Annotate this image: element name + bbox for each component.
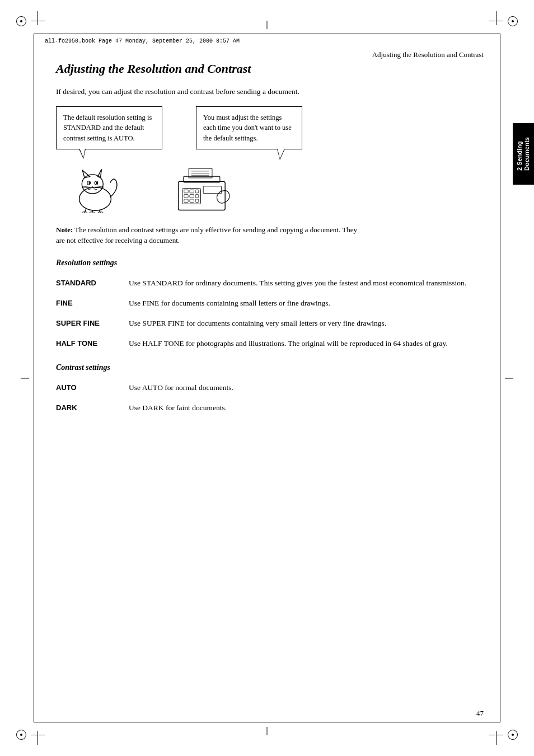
page-number: 47	[476, 709, 484, 718]
side-tab: 2 SendingDocuments	[513, 123, 534, 185]
contrast-description: Use AUTO for normal documents.	[129, 380, 484, 396]
bubbles-area: The default resolution setting is STANDA…	[56, 106, 484, 149]
resolution-table: STANDARD Use STANDARD for ordinary docum…	[56, 275, 484, 352]
note-label: Note:	[56, 226, 73, 234]
note-text: The resolution and contrast settings are…	[56, 226, 357, 245]
chapter-title: Adjusting the Resolution and Contrast	[56, 62, 484, 76]
svg-rect-26	[195, 194, 199, 198]
file-info: all-fo2950.book Page 47 Monday, Septembe…	[45, 38, 240, 44]
svg-rect-30	[203, 186, 222, 193]
resolution-label: SUPER FINE	[56, 316, 129, 331]
resolution-description: Use SUPER FINE for documents containing …	[129, 316, 484, 331]
contrast-label: DARK	[56, 400, 129, 416]
resolution-description: Use STANDARD for ordinary documents. Thi…	[129, 275, 484, 291]
bubble-default: The default resolution setting is STANDA…	[56, 106, 162, 149]
reg-mark-bl	[16, 729, 27, 740]
contrast-row: DARK Use DARK for faint documents.	[56, 400, 484, 416]
tick-right-center	[505, 378, 513, 378]
svg-rect-25	[190, 194, 194, 198]
resolution-heading: Resolution settings	[56, 259, 484, 267]
side-tab-text: 2 SendingDocuments	[516, 137, 531, 171]
svg-point-0	[79, 187, 111, 210]
svg-rect-28	[190, 199, 194, 203]
tick-br-v	[496, 731, 496, 745]
border-left	[34, 34, 34, 722]
reg-mark-br	[507, 729, 518, 740]
tick-left-center	[21, 378, 29, 378]
svg-rect-29	[195, 199, 199, 203]
reg-mark-tl	[16, 16, 27, 27]
contrast-row: AUTO Use AUTO for normal documents.	[56, 380, 484, 396]
border-bottom	[34, 722, 500, 722]
border-top	[34, 34, 500, 34]
tick-top-center	[267, 21, 268, 29]
cat-illustration	[62, 163, 129, 213]
note-section: Note: The resolution and contrast settin…	[56, 224, 364, 246]
reg-mark-tr	[507, 16, 518, 27]
resolution-description: Use HALF TONE for photographs and illust…	[129, 336, 484, 351]
main-content: Adjusting the Resolution and Contrast If…	[56, 62, 484, 711]
contrast-table: AUTO Use AUTO for normal documents. DARK…	[56, 380, 484, 416]
resolution-label: HALF TONE	[56, 336, 129, 351]
illustrations-area	[56, 163, 484, 213]
contrast-heading: Contrast settings	[56, 363, 484, 372]
contrast-description: Use DARK for faint documents.	[129, 400, 484, 416]
resolution-row: STANDARD Use STANDARD for ordinary docum…	[56, 275, 484, 291]
resolution-label: FINE	[56, 295, 129, 311]
svg-line-9	[82, 186, 90, 187]
resolution-row: HALF TONE Use HALF TONE for photographs …	[56, 336, 484, 351]
tick-tr-v	[496, 11, 496, 25]
svg-rect-21	[184, 190, 188, 193]
tick-bl-v	[38, 731, 38, 745]
tick-tl-v	[38, 11, 38, 25]
resolution-description: Use FINE for documents containing small …	[129, 295, 484, 311]
intro-paragraph: If desired, you can adjust the resolutio…	[56, 86, 347, 97]
svg-rect-19	[179, 181, 226, 210]
resolution-row: FINE Use FINE for documents containing s…	[56, 295, 484, 311]
svg-line-13	[85, 209, 86, 213]
fax-illustration	[168, 163, 241, 213]
contrast-label: AUTO	[56, 380, 129, 396]
page-header-title: Adjusting the Resolution and Contrast	[372, 50, 484, 59]
tick-bottom-center	[267, 727, 268, 735]
svg-rect-20	[182, 188, 201, 204]
svg-point-6	[88, 181, 90, 184]
svg-point-7	[96, 181, 97, 184]
bubble-adjust: You must adjust the settings each time y…	[196, 106, 302, 149]
svg-rect-23	[195, 190, 199, 193]
border-right	[500, 34, 500, 722]
resolution-row: SUPER FINE Use SUPER FINE for documents …	[56, 316, 484, 331]
svg-rect-27	[184, 199, 188, 203]
svg-rect-24	[184, 194, 188, 198]
svg-rect-22	[190, 190, 194, 193]
resolution-label: STANDARD	[56, 275, 129, 291]
